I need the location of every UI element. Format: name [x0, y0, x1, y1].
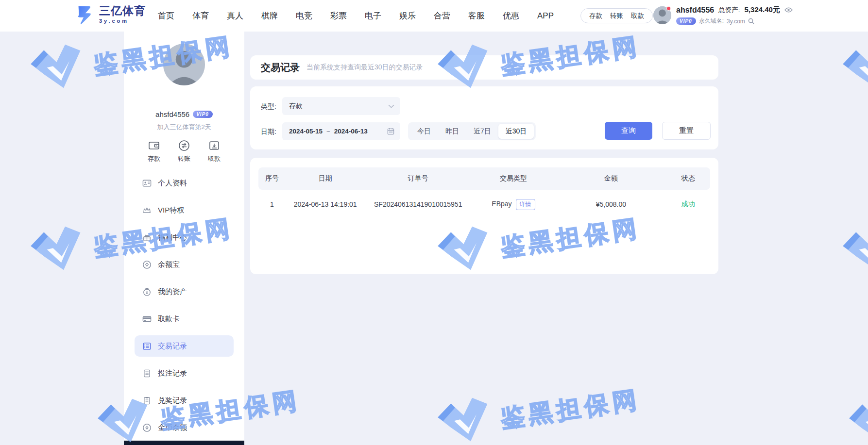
watermark-logo-icon	[839, 41, 868, 100]
quick-deposit-label: 存款	[148, 154, 160, 163]
range-yesterday[interactable]: 昨日	[438, 124, 466, 139]
sidebar-item-withdraw-card[interactable]: 取款卡	[135, 308, 234, 330]
search-icon[interactable]	[748, 18, 754, 24]
joined-days-text: 加入三亿体育第2天	[124, 123, 244, 132]
type-select-value: 存款	[289, 102, 303, 111]
sidebar-item-assets[interactable]: 我的资产	[135, 281, 234, 302]
wallet-actions-pill: 存款 转账 取款	[580, 8, 653, 23]
col-status: 状态	[666, 174, 710, 183]
page: 三亿体育 3y.com 首页 体育 真人 棋牌 电竞 彩票 电子 娱乐 合营 客…	[0, 0, 868, 445]
top-navbar: 三亿体育 3y.com 首页 体育 真人 棋牌 电竞 彩票 电子 娱乐 合营 客…	[0, 0, 868, 32]
watermark: 鉴黑担保网	[845, 374, 868, 445]
date-from-value: 2024-05-15	[289, 128, 323, 135]
brand-domain: 3y.com	[99, 18, 146, 24]
brand-logo-icon	[74, 4, 94, 25]
date-separator: ~	[326, 128, 330, 135]
wallet-icon	[148, 139, 160, 152]
nav-service[interactable]: 客服	[468, 10, 485, 21]
cell-order-no: SF202406131419010015951	[365, 200, 471, 208]
brand-logo[interactable]: 三亿体育 3y.com	[74, 4, 146, 25]
type-select[interactable]: 存款	[282, 97, 400, 115]
deposit-link[interactable]: 存款	[589, 12, 602, 20]
range-30days[interactable]: 近30日	[498, 124, 534, 139]
coin-shield-icon	[142, 260, 152, 269]
reset-button[interactable]: 重置	[662, 122, 711, 140]
nav-home[interactable]: 首页	[158, 10, 174, 21]
nav-sports[interactable]: 体育	[192, 10, 209, 21]
sidebar-item-gold-balance[interactable]: 金币余额	[135, 417, 234, 438]
col-order-no: 订单号	[365, 174, 471, 183]
sidebar-item-label: 个人资料	[158, 179, 187, 188]
sidebar-item-label: 余额宝	[158, 260, 180, 269]
quick-withdraw-label: 取款	[208, 154, 221, 163]
gift-icon	[142, 233, 152, 242]
quick-transfer-label: 转账	[178, 154, 190, 163]
page-title: 交易记录	[261, 61, 300, 74]
sidebar-item-vip[interactable]: VIP特权	[135, 199, 234, 221]
sidebar-item-label: 金币余额	[158, 423, 187, 432]
username[interactable]: ahsfd4556	[676, 6, 714, 15]
nav-esports[interactable]: 电竞	[296, 10, 312, 21]
assets-label: 总资产:	[718, 6, 740, 15]
sidebar-item-label: 投注记录	[158, 369, 187, 378]
col-amount: 金额	[556, 174, 666, 183]
quick-deposit-button[interactable]: 存款	[148, 139, 160, 163]
bottom-dark-strip	[124, 441, 244, 445]
cell-status: 成功	[666, 200, 710, 209]
nav-app[interactable]: APP	[537, 11, 554, 21]
profile-avatar[interactable]	[163, 44, 205, 85]
avatar[interactable]	[653, 6, 671, 24]
detail-link[interactable]: 详情	[516, 199, 535, 210]
main-nav: 首页 体育 真人 棋牌 电竞 彩票 电子 娱乐 合营 客服 优惠 APP	[158, 0, 554, 32]
cell-amount: ¥5,008.00	[556, 200, 666, 208]
withdraw-link[interactable]: 取款	[631, 12, 644, 20]
type-filter-label: 类型:	[261, 102, 276, 111]
sidebar-item-redeem-records[interactable]: 兑奖记录	[135, 390, 234, 411]
page-header-card: 交易记录 当前系统支持查询最近30日的交易记录	[250, 55, 718, 80]
date-range-input[interactable]: 2024-05-15 ~ 2024-06-13	[282, 122, 400, 140]
cell-index: 1	[258, 200, 286, 208]
transfer-icon	[178, 139, 190, 152]
sidebar-item-label: 兑奖记录	[158, 396, 187, 405]
vip-badge: VIP0	[676, 17, 696, 25]
nav-promo[interactable]: 优惠	[503, 10, 519, 21]
bank-card-icon	[142, 314, 152, 324]
sidebar-item-welfare[interactable]: 福利中心	[135, 227, 234, 248]
sidebar-item-yuebao[interactable]: 余额宝	[135, 254, 234, 275]
col-trade-type: 交易类型	[471, 174, 556, 183]
transaction-list-icon	[142, 342, 152, 351]
watermark-logo-icon	[27, 41, 88, 100]
range-today[interactable]: 今日	[410, 124, 438, 139]
calendar-icon	[387, 128, 394, 135]
sidebar-item-label: VIP特权	[158, 206, 184, 215]
quick-withdraw-button[interactable]: 取款	[208, 139, 221, 163]
transfer-link[interactable]: 转账	[610, 12, 623, 20]
sidebar-item-profile[interactable]: 个人资料	[135, 172, 234, 194]
col-date: 日期	[286, 174, 365, 183]
page-subtitle: 当前系统支持查询最近30日的交易记录	[306, 63, 423, 72]
nav-live[interactable]: 真人	[227, 10, 243, 21]
nav-entertainment[interactable]: 娱乐	[399, 10, 416, 21]
watermark-logo-icon	[27, 223, 88, 282]
nav-partner[interactable]: 合营	[434, 10, 450, 21]
sidebar-item-transactions[interactable]: 交易记录	[135, 335, 234, 357]
watermark-logo-icon	[839, 223, 868, 282]
watermark-logo-icon	[434, 394, 495, 445]
range-7days[interactable]: 近7日	[466, 124, 498, 139]
sidebar-menu: 个人资料 VIP特权 福利中心 余额宝 我的资产 取款卡	[135, 172, 234, 444]
chevron-down-icon	[388, 104, 394, 108]
cell-trade-type: EBpay详情	[471, 199, 556, 210]
eye-icon[interactable]	[784, 7, 793, 13]
transactions-table-card: 序号 日期 订单号 交易类型 金额 状态 1 2024-06-13 14:19:…	[250, 158, 718, 274]
watermark: 鉴黑担保网	[839, 202, 868, 282]
quick-transfer-button[interactable]: 转账	[178, 139, 190, 163]
clipboard-icon	[142, 396, 152, 405]
trade-type-value: EBpay	[492, 200, 511, 208]
sidebar-item-bet-records[interactable]: 投注记录	[135, 363, 234, 384]
nav-slots[interactable]: 电子	[365, 10, 381, 21]
profile-vip-badge: VIP0	[193, 111, 213, 118]
query-button[interactable]: 查询	[605, 122, 652, 140]
quick-actions: 存款 转账 取款	[124, 139, 244, 163]
nav-chess[interactable]: 棋牌	[261, 10, 278, 21]
nav-lottery[interactable]: 彩票	[330, 10, 347, 21]
